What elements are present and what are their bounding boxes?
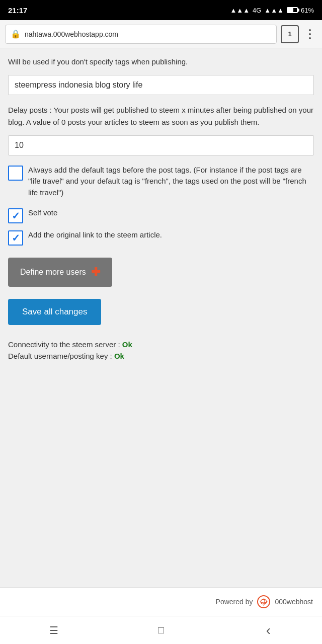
powered-by-footer: Powered by 000webhost (0, 587, 322, 616)
tab-button[interactable]: 1 (281, 25, 299, 43)
000webhost-logo-icon (257, 595, 271, 609)
home-nav-button[interactable]: □ (146, 620, 176, 640)
username-status: Ok (114, 352, 124, 360)
status-bar-right: ▲▲▲ 4G ▲▲▲ 61% (230, 7, 314, 14)
self-vote-row: ✓ Self vote (8, 207, 314, 223)
time: 21:17 (8, 6, 27, 15)
menu-dot (309, 29, 311, 31)
connectivity-label: Connectivity to the steem server : (8, 340, 120, 349)
delay-input[interactable] (8, 135, 314, 155)
network-type: 4G (253, 7, 261, 14)
checkmark-icon: ✓ (12, 211, 20, 221)
menu-dot (309, 37, 311, 39)
original-link-row: ✓ Add the original link to the steem art… (8, 229, 314, 246)
username-label: Default username/posting key : (8, 352, 112, 360)
status-bar: 21:17 ▲▲▲ 4G ▲▲▲ 61% (0, 0, 322, 20)
browser-bar: 🔒 nahtawa.000webhostapp.com 1 (0, 20, 322, 48)
define-btn-label: Define more users (20, 268, 86, 277)
powered-by-label: Powered by (216, 598, 253, 606)
home-nav-icon: □ (158, 624, 164, 636)
username-line: Default username/posting key : Ok (8, 352, 314, 360)
plus-icon: ✚ (91, 266, 100, 279)
menu-dot (309, 33, 311, 35)
tags-description: Will be used if you don't specify tags w… (8, 56, 314, 68)
checkmark-icon-2: ✓ (12, 233, 20, 243)
connectivity-section: Connectivity to the steem server : Ok De… (8, 340, 314, 360)
url-text: nahtawa.000webhostapp.com (25, 30, 118, 38)
url-bar[interactable]: 🔒 nahtawa.000webhostapp.com (5, 25, 277, 44)
menu-nav-icon: ☰ (49, 624, 58, 636)
default-tags-label: Always add the default tags before the p… (28, 165, 314, 199)
back-nav-icon: ‹ (266, 622, 271, 638)
default-tags-row: Always add the default tags before the p… (8, 165, 314, 199)
signal-icon: ▲▲▲ (230, 7, 250, 14)
delay-description: Delay posts : Your posts will get publis… (8, 104, 314, 128)
original-link-label: Add the original link to the steem artic… (28, 229, 314, 241)
self-vote-checkbox[interactable]: ✓ (8, 208, 23, 223)
back-nav-button[interactable]: ‹ (253, 620, 283, 640)
tags-input[interactable] (8, 75, 314, 95)
svg-point-0 (258, 596, 270, 608)
original-link-checkbox[interactable]: ✓ (8, 230, 23, 246)
powered-by-brand: 000webhost (275, 598, 313, 606)
save-all-changes-button[interactable]: Save all changes (8, 299, 101, 325)
lock-icon: 🔒 (11, 29, 21, 39)
save-btn-label: Save all changes (22, 307, 87, 316)
battery-icon (287, 7, 298, 13)
default-tags-checkbox[interactable] (8, 166, 23, 181)
menu-nav-button[interactable]: ☰ (39, 620, 69, 640)
signal-icon-2: ▲▲▲ (264, 7, 284, 14)
connectivity-status: Ok (122, 340, 132, 349)
browser-menu-button[interactable] (303, 25, 317, 43)
connectivity-line: Connectivity to the steem server : Ok (8, 340, 314, 349)
nav-bar: ☰ □ ‹ (0, 616, 322, 644)
page-content: Will be used if you don't specify tags w… (0, 48, 322, 587)
define-more-users-button[interactable]: Define more users ✚ (8, 258, 112, 287)
battery-percent: 61% (301, 7, 314, 14)
self-vote-label: Self vote (28, 207, 314, 219)
default-tags-block: Always add the default tags before the p… (8, 165, 314, 199)
